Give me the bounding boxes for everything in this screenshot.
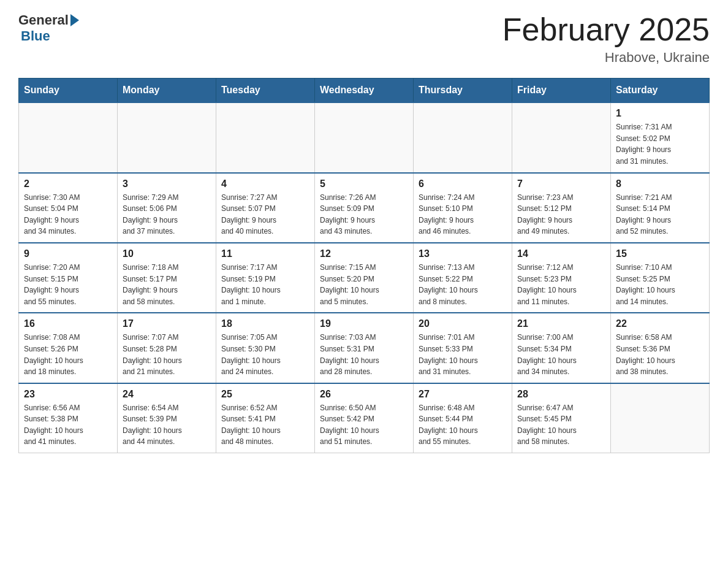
weekday-header-sunday: Sunday (19, 79, 118, 103)
calendar-cell: 22Sunrise: 6:58 AMSunset: 5:36 PMDayligh… (611, 313, 710, 383)
weekday-header-saturday: Saturday (611, 79, 710, 103)
week-row-2: 2Sunrise: 7:30 AMSunset: 5:04 PMDaylight… (19, 173, 710, 243)
day-info: Sunrise: 7:18 AMSunset: 5:17 PMDaylight:… (123, 262, 211, 307)
day-info: Sunrise: 6:48 AMSunset: 5:44 PMDaylight:… (419, 402, 507, 448)
weekday-header-tuesday: Tuesday (216, 79, 315, 103)
day-number: 7 (517, 178, 605, 190)
calendar-cell: 9Sunrise: 7:20 AMSunset: 5:15 PMDaylight… (19, 243, 118, 313)
week-row-1: 1Sunrise: 7:31 AMSunset: 5:02 PMDaylight… (19, 102, 710, 172)
logo-top: General (18, 12, 79, 28)
day-number: 23 (24, 389, 112, 400)
day-number: 17 (123, 318, 211, 329)
day-info: Sunrise: 7:08 AMSunset: 5:26 PMDaylight:… (24, 332, 112, 377)
calendar-cell (512, 102, 611, 172)
day-number: 22 (616, 318, 704, 329)
day-number: 20 (419, 318, 507, 329)
day-number: 28 (517, 389, 605, 400)
day-info: Sunrise: 7:24 AMSunset: 5:10 PMDaylight:… (419, 192, 507, 237)
day-info: Sunrise: 7:01 AMSunset: 5:33 PMDaylight:… (419, 332, 507, 377)
day-info: Sunrise: 6:56 AMSunset: 5:38 PMDaylight:… (24, 402, 112, 448)
day-number: 3 (123, 178, 211, 190)
day-info: Sunrise: 7:30 AMSunset: 5:04 PMDaylight:… (24, 192, 112, 237)
day-number: 16 (24, 318, 112, 329)
day-number: 15 (616, 248, 704, 259)
calendar-table: SundayMondayTuesdayWednesdayThursdayFrid… (18, 78, 710, 453)
day-info: Sunrise: 7:26 AMSunset: 5:09 PMDaylight:… (320, 192, 408, 237)
day-info: Sunrise: 6:47 AMSunset: 5:45 PMDaylight:… (517, 402, 605, 448)
day-number: 26 (320, 389, 408, 400)
day-number: 5 (320, 178, 408, 190)
calendar-cell: 20Sunrise: 7:01 AMSunset: 5:33 PMDayligh… (414, 313, 512, 383)
calendar-cell: 15Sunrise: 7:10 AMSunset: 5:25 PMDayligh… (611, 243, 710, 313)
calendar-cell: 1Sunrise: 7:31 AMSunset: 5:02 PMDaylight… (611, 102, 710, 172)
day-info: Sunrise: 6:54 AMSunset: 5:39 PMDaylight:… (123, 402, 211, 448)
day-info: Sunrise: 6:58 AMSunset: 5:36 PMDaylight:… (616, 332, 704, 377)
calendar-cell: 4Sunrise: 7:27 AMSunset: 5:07 PMDaylight… (216, 173, 315, 243)
calendar-cell (414, 102, 512, 172)
page-header: General Blue February 2025 Hrabove, Ukra… (18, 12, 710, 66)
week-row-4: 16Sunrise: 7:08 AMSunset: 5:26 PMDayligh… (19, 313, 710, 383)
week-row-5: 23Sunrise: 6:56 AMSunset: 5:38 PMDayligh… (19, 383, 710, 453)
calendar-title: February 2025 (502, 12, 710, 47)
day-info: Sunrise: 6:52 AMSunset: 5:41 PMDaylight:… (221, 402, 309, 448)
day-number: 2 (24, 178, 112, 190)
calendar-cell: 12Sunrise: 7:15 AMSunset: 5:20 PMDayligh… (315, 243, 414, 313)
day-number: 10 (123, 248, 211, 259)
day-info: Sunrise: 7:31 AMSunset: 5:02 PMDaylight:… (616, 121, 704, 167)
weekday-header-row: SundayMondayTuesdayWednesdayThursdayFrid… (19, 79, 710, 103)
weekday-header-friday: Friday (512, 79, 611, 103)
day-info: Sunrise: 7:15 AMSunset: 5:20 PMDaylight:… (320, 262, 408, 307)
calendar-cell: 19Sunrise: 7:03 AMSunset: 5:31 PMDayligh… (315, 313, 414, 383)
calendar-cell: 10Sunrise: 7:18 AMSunset: 5:17 PMDayligh… (118, 243, 216, 313)
calendar-cell: 26Sunrise: 6:50 AMSunset: 5:42 PMDayligh… (315, 383, 414, 453)
weekday-header-thursday: Thursday (414, 79, 512, 103)
day-info: Sunrise: 7:13 AMSunset: 5:22 PMDaylight:… (419, 262, 507, 307)
day-info: Sunrise: 7:00 AMSunset: 5:34 PMDaylight:… (517, 332, 605, 377)
day-info: Sunrise: 7:23 AMSunset: 5:12 PMDaylight:… (517, 192, 605, 237)
day-number: 13 (419, 248, 507, 259)
day-number: 6 (419, 178, 507, 190)
calendar-cell: 28Sunrise: 6:47 AMSunset: 5:45 PMDayligh… (512, 383, 611, 453)
calendar-cell: 16Sunrise: 7:08 AMSunset: 5:26 PMDayligh… (19, 313, 118, 383)
calendar-cell: 23Sunrise: 6:56 AMSunset: 5:38 PMDayligh… (19, 383, 118, 453)
day-number: 14 (517, 248, 605, 259)
logo: General Blue (18, 12, 79, 44)
logo-arrow-icon (70, 14, 79, 26)
day-number: 4 (221, 178, 309, 190)
calendar-cell: 14Sunrise: 7:12 AMSunset: 5:23 PMDayligh… (512, 243, 611, 313)
calendar-subtitle: Hrabove, Ukraine (502, 50, 710, 66)
calendar-cell: 13Sunrise: 7:13 AMSunset: 5:22 PMDayligh… (414, 243, 512, 313)
day-info: Sunrise: 7:29 AMSunset: 5:06 PMDaylight:… (123, 192, 211, 237)
day-number: 1 (616, 108, 704, 119)
calendar-cell (216, 102, 315, 172)
calendar-cell (611, 383, 710, 453)
calendar-cell: 24Sunrise: 6:54 AMSunset: 5:39 PMDayligh… (118, 383, 216, 453)
calendar-cell: 21Sunrise: 7:00 AMSunset: 5:34 PMDayligh… (512, 313, 611, 383)
calendar-cell: 2Sunrise: 7:30 AMSunset: 5:04 PMDaylight… (19, 173, 118, 243)
day-number: 19 (320, 318, 408, 329)
title-area: February 2025 Hrabove, Ukraine (502, 12, 710, 66)
day-info: Sunrise: 7:21 AMSunset: 5:14 PMDaylight:… (616, 192, 704, 237)
day-info: Sunrise: 7:12 AMSunset: 5:23 PMDaylight:… (517, 262, 605, 307)
calendar-cell: 25Sunrise: 6:52 AMSunset: 5:41 PMDayligh… (216, 383, 315, 453)
calendar-cell: 7Sunrise: 7:23 AMSunset: 5:12 PMDaylight… (512, 173, 611, 243)
calendar-cell (118, 102, 216, 172)
calendar-cell: 3Sunrise: 7:29 AMSunset: 5:06 PMDaylight… (118, 173, 216, 243)
day-info: Sunrise: 7:10 AMSunset: 5:25 PMDaylight:… (616, 262, 704, 307)
day-info: Sunrise: 7:17 AMSunset: 5:19 PMDaylight:… (221, 262, 309, 307)
day-info: Sunrise: 7:07 AMSunset: 5:28 PMDaylight:… (123, 332, 211, 377)
day-number: 21 (517, 318, 605, 329)
weekday-header-wednesday: Wednesday (315, 79, 414, 103)
calendar-cell: 6Sunrise: 7:24 AMSunset: 5:10 PMDaylight… (414, 173, 512, 243)
calendar-cell: 5Sunrise: 7:26 AMSunset: 5:09 PMDaylight… (315, 173, 414, 243)
calendar-cell: 11Sunrise: 7:17 AMSunset: 5:19 PMDayligh… (216, 243, 315, 313)
day-info: Sunrise: 6:50 AMSunset: 5:42 PMDaylight:… (320, 402, 408, 448)
day-number: 25 (221, 389, 309, 400)
calendar-cell (19, 102, 118, 172)
weekday-header-monday: Monday (118, 79, 216, 103)
day-info: Sunrise: 7:03 AMSunset: 5:31 PMDaylight:… (320, 332, 408, 377)
day-info: Sunrise: 7:20 AMSunset: 5:15 PMDaylight:… (24, 262, 112, 307)
day-number: 18 (221, 318, 309, 329)
day-number: 11 (221, 248, 309, 259)
day-info: Sunrise: 7:05 AMSunset: 5:30 PMDaylight:… (221, 332, 309, 377)
